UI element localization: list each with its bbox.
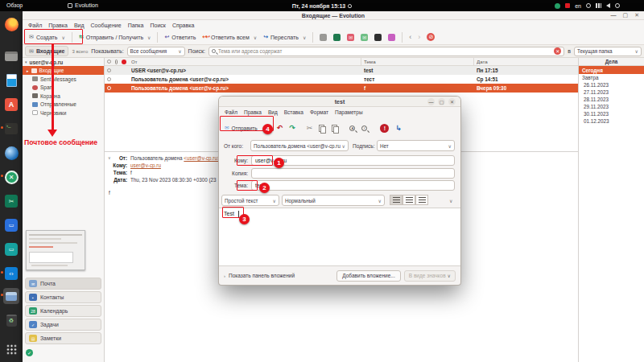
switcher-mail-button[interactable]: ✉Почта (25, 278, 101, 290)
switcher-contacts-button[interactable]: ▪Контакты (25, 291, 101, 303)
current-folder-tab[interactable]: ✉ Входящие (25, 46, 68, 56)
tasks-date-row[interactable]: 27.11.2023 (579, 88, 644, 96)
search-scope-dropdown[interactable]: Текущая папка ∨ (574, 47, 642, 56)
sidebar-folder-trash[interactable]: Корзина (23, 92, 104, 101)
dock-icon-chat-blue[interactable]: ▭ (3, 217, 19, 233)
dock-icon-software-store[interactable]: A (3, 97, 19, 113)
tasks-header[interactable]: Дела (579, 58, 644, 66)
compose-titlebar[interactable]: test — ▢ ✕ (219, 97, 460, 107)
unread-icon[interactable] (107, 86, 111, 90)
send-receive-button[interactable]: ⇆ Отправить / Получить ∨ (76, 32, 155, 42)
menu-insert[interactable]: Вставка (281, 109, 307, 115)
chevron-down-icon[interactable]: ∨ (449, 198, 452, 204)
dock-icon-files[interactable] (3, 48, 19, 64)
minimize-icon[interactable]: — (427, 98, 435, 105)
signature-dropdown[interactable]: Нет ∨ (377, 140, 455, 151)
minimize-icon[interactable]: — (611, 12, 617, 19)
menu-help[interactable]: Справка (169, 23, 197, 28)
show-filter-dropdown[interactable]: Все сообщения ∨ (127, 47, 185, 56)
maximize-icon[interactable]: ▢ (438, 98, 445, 105)
keyboard-layout-indicator[interactable]: en (575, 3, 581, 9)
paragraph-style-dropdown[interactable]: Нормальный ∨ (282, 195, 385, 206)
dock-icon-terminal[interactable]: ›_ (3, 121, 19, 137)
expander-icon[interactable]: ▸ (27, 68, 29, 73)
tasks-tomorrow-row[interactable]: Завтра (579, 74, 644, 81)
clear-search-icon[interactable]: ✕ (554, 47, 561, 55)
align-center-button[interactable] (402, 195, 415, 205)
archive-button[interactable] (330, 32, 344, 43)
search-input[interactable]: Тема или адреса содержат ✕ (208, 47, 564, 56)
dock-icon-firefox[interactable] (3, 16, 19, 32)
paste-icon[interactable] (332, 125, 338, 132)
close-icon[interactable]: ✕ (634, 12, 639, 19)
menu-edit[interactable]: Правка (241, 109, 265, 115)
compose-body-editor[interactable]: Test (219, 208, 460, 266)
add-attachment-button[interactable]: Добавить вложение... (336, 270, 400, 282)
dock-icon-trash[interactable]: ♻ (3, 312, 19, 328)
menu-file[interactable]: Файл (221, 109, 241, 115)
align-right-button[interactable] (415, 195, 428, 205)
unread-icon[interactable] (107, 77, 111, 81)
chevron-down-icon[interactable]: ∨ (303, 35, 306, 40)
tasks-date-row[interactable]: 29.11.2023 (579, 103, 644, 110)
dock-icon-green-app[interactable]: ✕ (3, 169, 19, 185)
menu-search[interactable]: Поиск (147, 23, 168, 28)
switcher-tasks-button[interactable]: ✓Задачи (25, 319, 101, 331)
menu-format[interactable]: Формат (307, 109, 332, 115)
menu-folder[interactable]: Папка (125, 23, 147, 28)
switcher-memos-button[interactable]: ▤Заметки (25, 332, 101, 344)
dock-show-apps-button[interactable] (3, 341, 19, 357)
sidebar-folder-spam[interactable]: Spam (23, 84, 104, 93)
print-button[interactable] (316, 32, 330, 43)
maximize-icon[interactable]: ▢ (623, 12, 629, 19)
message-row[interactable]: Пользователь домена <user@v-cp.ru> тест … (105, 75, 578, 84)
copy-icon[interactable] (319, 125, 325, 132)
unread-icon[interactable] (107, 68, 111, 72)
switcher-calendar-button[interactable]: 28Календарь (25, 305, 101, 317)
attachments-toggle[interactable]: Показать панель вложений (229, 273, 295, 278)
email-link[interactable]: <user@v-cp.ru> (184, 155, 220, 161)
undo-icon[interactable]: ↶ (277, 124, 283, 132)
menu-view[interactable]: Вид (265, 109, 281, 115)
sidebar-folder-drafts[interactable]: Черновики (23, 109, 104, 117)
window-titlebar[interactable]: Входящие — Evolution — ▢ ✕ (23, 11, 644, 20)
find-icon[interactable]: A (349, 125, 355, 131)
column-subject[interactable]: Тема (364, 58, 376, 65)
menu-view[interactable]: Вид (71, 23, 88, 28)
menu-edit[interactable]: Правка (45, 23, 71, 28)
cut-icon[interactable]: ✂ (307, 124, 313, 132)
tasks-date-row[interactable]: 01.12.2023 (579, 117, 644, 125)
dock-icon-xshell[interactable]: ✂ (3, 193, 19, 209)
system-tray[interactable]: en (555, 0, 620, 11)
redo-icon[interactable]: ↷ (289, 124, 295, 132)
sidebar-folder-sent-messages[interactable]: Sent Messages (23, 75, 104, 84)
from-dropdown[interactable]: Пользователь домена <user@v-cp.ru> ∨ (250, 140, 349, 151)
tasks-date-row[interactable]: 26.11.2023 (579, 81, 644, 88)
list-header[interactable]: От Тема Дата (105, 58, 578, 66)
next-message-button[interactable]: › (415, 31, 423, 43)
cancel-button[interactable]: ⊘ (423, 31, 438, 43)
tasks-today-row[interactable]: Сегодня (579, 66, 644, 74)
dock-icon-mail-client-active[interactable] (3, 288, 19, 304)
expander-icon[interactable]: ▾ (25, 60, 27, 64)
preview-to-value[interactable]: user@v-cp.ru (130, 162, 161, 168)
delete-button[interactable] (371, 32, 385, 43)
menu-file[interactable]: Файл (25, 23, 45, 28)
cc-input[interactable] (251, 168, 455, 179)
align-left-button[interactable] (390, 195, 402, 205)
not-junk-button[interactable]: ✉ (357, 32, 371, 43)
format-mode-dropdown[interactable]: Простой текст ∨ (221, 195, 279, 206)
chevron-down-icon[interactable]: ∨ (254, 35, 257, 40)
tasks-date-row[interactable]: 30.11.2023 (579, 110, 644, 117)
close-icon[interactable]: ✕ (448, 98, 456, 105)
view-mode-button[interactable]: В виде значков ∨ (404, 270, 456, 282)
message-row-selected[interactable]: Пользователь домена <user@v-cp.ru> f Вче… (105, 84, 578, 93)
chevron-down-icon[interactable]: ∨ (147, 35, 151, 40)
tasks-date-row[interactable]: 28.11.2023 (579, 96, 644, 103)
reply-button[interactable]: ↩ Ответить (161, 32, 199, 42)
column-date[interactable]: Дата (477, 58, 488, 65)
request-read-receipt-icon[interactable]: ↳ (395, 124, 402, 132)
dock-icon-vscode[interactable]: ‹› (3, 265, 19, 282)
account-row[interactable]: ▾ user@v-cp.ru (23, 58, 104, 66)
find-replace-icon[interactable]: / (361, 125, 367, 131)
